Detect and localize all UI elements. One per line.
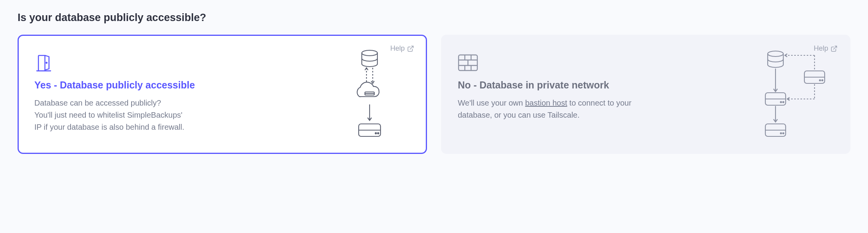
svg-point-12 [377, 132, 379, 134]
svg-point-32 [783, 102, 784, 103]
svg-point-1 [46, 62, 47, 64]
option-cards-row: Help Yes - Database publicly accessible … [18, 35, 850, 154]
diagram-private [750, 48, 836, 141]
bastion-host-link[interactable]: bastion host [525, 99, 567, 107]
svg-point-27 [820, 80, 821, 81]
option-card-private[interactable]: Help No - Database in [441, 35, 850, 154]
svg-point-11 [375, 132, 376, 134]
svg-point-3 [362, 50, 377, 56]
svg-point-39 [781, 133, 782, 134]
svg-point-31 [781, 102, 782, 103]
option-desc-public: Database can be accessed publicly? You'l… [34, 97, 214, 133]
option-title-public: Yes - Database publicly accessible [34, 79, 327, 91]
svg-point-40 [783, 133, 784, 134]
svg-point-28 [822, 80, 823, 81]
door-open-icon [34, 53, 327, 72]
svg-point-22 [768, 51, 783, 56]
diagram-public [327, 48, 413, 141]
option-card-public[interactable]: Help Yes - Database publicly accessible … [18, 35, 427, 154]
firewall-icon [458, 53, 750, 72]
section-heading: Is your database publicly accessible? [18, 12, 850, 24]
option-desc-private: We'll use your own bastion host to conne… [458, 97, 637, 121]
option-title-private: No - Database in private network [458, 79, 750, 91]
